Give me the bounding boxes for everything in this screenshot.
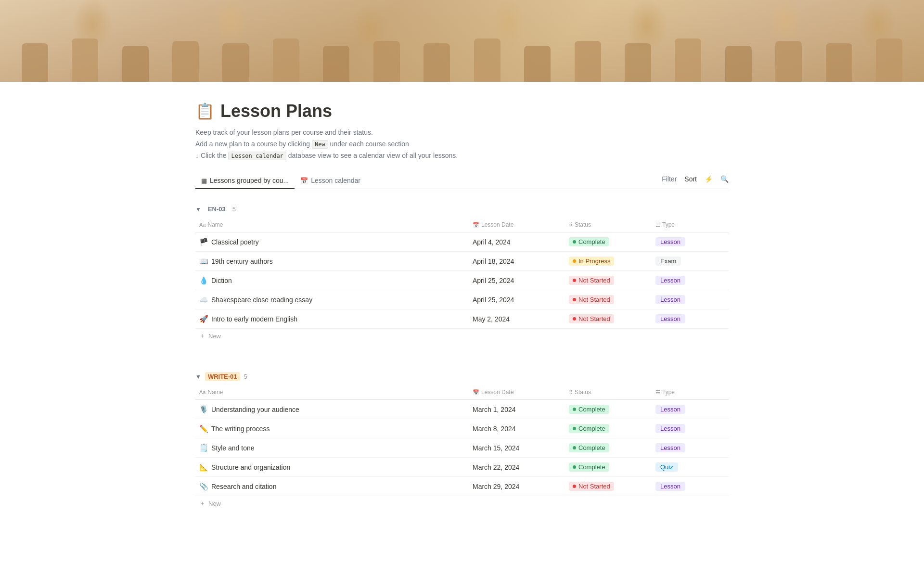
section-header-write01: ▼ WRITE-01 5 (195, 370, 729, 383)
row-emoji: 🎙️ (199, 405, 208, 414)
cell-type: Lesson (652, 440, 729, 455)
table-row[interactable]: ✏️ The writing process March 8, 2024 Com… (195, 419, 729, 438)
page-icon: 📋 (195, 102, 215, 120)
table-row[interactable]: 📎 Research and citation March 29, 2024 N… (195, 477, 729, 496)
cell-type: Lesson (652, 292, 729, 307)
add-row-en03[interactable]: ＋ New (195, 329, 729, 343)
cell-name: 🗒️ Style and tone (195, 441, 469, 455)
status-badge: Not Started (569, 482, 614, 491)
type-badge: Lesson (655, 405, 685, 414)
status-dot (573, 259, 576, 263)
status-dot (573, 446, 576, 449)
lightning-button[interactable]: ⚡ (705, 175, 713, 183)
section-title-write01: WRITE-01 (205, 372, 240, 381)
cell-status: Complete (565, 440, 652, 455)
cell-date: April 4, 2024 (469, 235, 565, 249)
cell-date: March 29, 2024 (469, 480, 565, 493)
status-dot (573, 240, 576, 244)
table-header-en03: Aa Name 📅 Lesson Date ⠿ Status ☰ Type (195, 218, 729, 232)
section-count-write01: 5 (244, 373, 247, 380)
section-write01: ▼ WRITE-01 5 Aa Name 📅 Lesson Date ⠿ Sta… (195, 370, 729, 511)
status-badge: Not Started (569, 314, 614, 323)
status-dot (573, 485, 576, 488)
table-row[interactable]: 📐 Structure and organization March 22, 2… (195, 458, 729, 477)
row-emoji: 📎 (199, 482, 208, 491)
cell-status: Not Started (565, 479, 652, 494)
status-col-icon: ⠿ (569, 222, 573, 228)
col-header-type-en03: ☰ Type (652, 219, 729, 230)
cell-status: Not Started (565, 292, 652, 307)
cell-name: 📎 Research and citation (195, 479, 469, 494)
tab-lesson-calendar[interactable]: 📅 Lesson calendar (295, 173, 366, 189)
status-badge: Complete (569, 443, 609, 452)
page-title: Lesson Plans (220, 101, 332, 121)
toolbar-right: Filter Sort ⚡ 🔍 (662, 175, 729, 187)
type-badge: Lesson (655, 295, 685, 304)
plus-icon: ＋ (199, 332, 205, 340)
row-emoji: 📖 (199, 257, 208, 266)
type-badge: Exam (655, 256, 681, 266)
plus-icon: ＋ (199, 499, 205, 508)
cell-status: Complete (565, 402, 652, 417)
add-row-write01[interactable]: ＋ New (195, 496, 729, 511)
table-row[interactable]: 📖 19th century authors April 18, 2024 In… (195, 252, 729, 271)
status-dot (573, 317, 576, 321)
col-header-type-write01: ☰ Type (652, 387, 729, 397)
cell-date: May 2, 2024 (469, 312, 565, 326)
status-badge: Not Started (569, 276, 614, 285)
cell-status: Complete (565, 421, 652, 436)
cell-type: Quiz (652, 460, 729, 474)
table-row[interactable]: ☁️ Shakespeare close reading essay April… (195, 290, 729, 309)
filter-button[interactable]: Filter (662, 175, 677, 183)
type-badge: Lesson (655, 314, 685, 323)
section-en03: ▼ EN-03 5 Aa Name 📅 Lesson Date ⠿ Status (195, 203, 729, 343)
cell-status: In Progress (565, 254, 652, 269)
table-row[interactable]: 🗒️ Style and tone March 15, 2024 Complet… (195, 438, 729, 458)
cell-type: Exam (652, 254, 729, 269)
table-header-write01: Aa Name 📅 Lesson Date ⠿ Status ☰ Type (195, 385, 729, 400)
row-emoji: 📐 (199, 463, 208, 472)
type-col-icon: ☰ (655, 222, 660, 228)
sort-button[interactable]: Sort (684, 175, 697, 183)
row-emoji: ✏️ (199, 424, 208, 433)
cell-date: March 22, 2024 (469, 461, 565, 474)
status-badge: Not Started (569, 295, 614, 304)
text-icon: Aa (199, 389, 205, 395)
table-row[interactable]: 💧 Diction April 25, 2024 Not Started Les… (195, 271, 729, 290)
status-col-icon: ⠿ (569, 389, 573, 396)
type-badge: Lesson (655, 424, 685, 433)
cell-name: 🚀 Intro to early modern English (195, 312, 469, 326)
type-badge: Lesson (655, 443, 685, 452)
cell-status: Not Started (565, 273, 652, 288)
cell-date: April 18, 2024 (469, 255, 565, 268)
status-badge: Complete (569, 424, 609, 433)
section-title-en03: EN-03 (205, 205, 229, 214)
cell-name: ✏️ The writing process (195, 422, 469, 436)
cell-status: Complete (565, 460, 652, 474)
status-dot (573, 298, 576, 301)
table-row[interactable]: 🚀 Intro to early modern English May 2, 2… (195, 309, 729, 329)
status-dot (573, 427, 576, 430)
cell-name: ☁️ Shakespeare close reading essay (195, 293, 469, 307)
section-count-en03: 5 (232, 205, 236, 213)
type-badge: Lesson (655, 482, 685, 491)
col-header-status-en03: ⠿ Status (565, 219, 652, 230)
table-row[interactable]: 🎙️ Understanding your audience March 1, … (195, 400, 729, 419)
cell-date: April 25, 2024 (469, 274, 565, 287)
cell-type: Lesson (652, 273, 729, 288)
status-dot (573, 408, 576, 411)
row-emoji: ☁️ (199, 295, 208, 304)
cell-name: 🏴 Classical poetry (195, 235, 469, 249)
status-dot (573, 279, 576, 282)
cell-type: Lesson (652, 479, 729, 494)
search-button[interactable]: 🔍 (720, 175, 729, 183)
tab-lessons-grouped[interactable]: ▦ Lessons grouped by cou... (195, 173, 295, 189)
section-header-en03: ▼ EN-03 5 (195, 203, 729, 216)
cell-name: 📐 Structure and organization (195, 460, 469, 474)
table-row[interactable]: 🏴 Classical poetry April 4, 2024 Complet… (195, 232, 729, 252)
row-emoji: 🏴 (199, 238, 208, 246)
chevron-write01[interactable]: ▼ (195, 373, 201, 380)
chevron-en03[interactable]: ▼ (195, 206, 201, 213)
table-write01: Aa Name 📅 Lesson Date ⠿ Status ☰ Type (195, 385, 729, 511)
cell-type: Lesson (652, 421, 729, 436)
